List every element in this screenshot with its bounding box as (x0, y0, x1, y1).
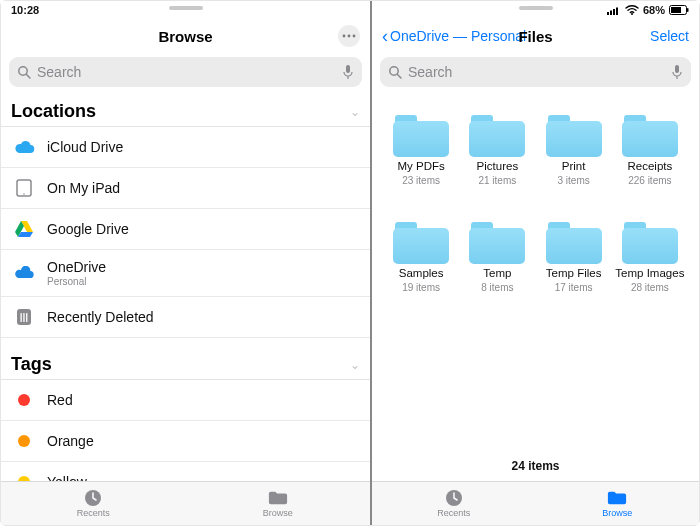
ipad-icon (13, 177, 35, 199)
svg-point-21 (631, 13, 633, 15)
location-onedrive[interactable]: OneDrivePersonal (1, 250, 370, 297)
folder-icon (607, 489, 627, 507)
folder-item[interactable]: Temp8 items (462, 222, 532, 293)
location-recentlydeleted[interactable]: Recently Deleted (1, 297, 370, 338)
page-title: Browse (158, 28, 212, 45)
clock-icon (83, 489, 103, 507)
folder-icon (268, 489, 288, 507)
section-tags[interactable]: Tags ⌄ (1, 348, 370, 380)
location-icloud[interactable]: iCloud Drive (1, 127, 370, 168)
folder-item[interactable]: Pictures21 items (462, 115, 532, 186)
left-tabbar: Recents Browse (1, 481, 370, 525)
tag-yellow[interactable]: Yellow (1, 462, 370, 481)
folder-icon (622, 222, 678, 264)
svg-rect-23 (671, 7, 681, 13)
page-title: Files (518, 28, 552, 45)
svg-point-0 (343, 35, 346, 38)
search-icon (17, 65, 31, 79)
folder-icon (393, 115, 449, 157)
search-input[interactable] (408, 64, 665, 80)
clock-icon (444, 489, 464, 507)
svg-point-25 (390, 67, 398, 75)
svg-rect-15 (26, 313, 27, 322)
mic-icon[interactable] (671, 64, 683, 80)
ellipsis-icon (342, 34, 356, 38)
right-pane: 68% ‹ OneDrive — Personal Files Select M… (371, 1, 699, 525)
more-button[interactable] (338, 25, 360, 47)
folder-icon (469, 222, 525, 264)
back-button[interactable]: ‹ OneDrive — Personal (382, 27, 526, 45)
chevron-left-icon: ‹ (382, 27, 388, 45)
select-button[interactable]: Select (650, 28, 689, 44)
folder-icon (393, 222, 449, 264)
svg-rect-27 (675, 65, 679, 73)
googledrive-icon (13, 218, 35, 240)
search-input[interactable] (37, 64, 336, 80)
tab-recents[interactable]: Recents (372, 482, 536, 525)
tab-browse[interactable]: Browse (536, 482, 700, 525)
svg-rect-5 (346, 65, 350, 73)
status-bar-left: 10:28 (1, 1, 370, 19)
tag-orange[interactable]: Orange (1, 421, 370, 462)
folder-grid: My PDFs23 items Pictures21 items Print3 … (372, 95, 699, 447)
svg-rect-18 (610, 10, 612, 15)
tab-browse[interactable]: Browse (186, 482, 371, 525)
folder-icon (546, 222, 602, 264)
folder-item[interactable]: Temp Files17 items (539, 222, 609, 293)
folder-item[interactable]: Print3 items (539, 115, 609, 186)
svg-rect-20 (616, 7, 618, 15)
tag-dot-icon (18, 394, 30, 406)
tag-dot-icon (18, 435, 30, 447)
svg-point-1 (348, 35, 351, 38)
folder-item[interactable]: Temp Images28 items (615, 222, 685, 293)
status-bar-right: 68% (372, 1, 699, 19)
battery-icon (669, 5, 689, 15)
svg-point-2 (353, 35, 356, 38)
svg-rect-17 (607, 12, 609, 15)
location-ipad[interactable]: On My iPad (1, 168, 370, 209)
onedrive-icon (13, 262, 35, 284)
icloud-icon (13, 136, 35, 158)
wifi-icon (625, 5, 639, 15)
svg-point-8 (23, 193, 25, 195)
folder-item[interactable]: Receipts226 items (615, 115, 685, 186)
folder-icon (469, 115, 525, 157)
tab-recents[interactable]: Recents (1, 482, 186, 525)
folder-item[interactable]: My PDFs23 items (386, 115, 456, 186)
chevron-down-icon: ⌄ (350, 358, 360, 372)
svg-line-4 (27, 75, 31, 79)
svg-rect-24 (687, 8, 689, 12)
svg-point-3 (19, 67, 27, 75)
svg-rect-19 (613, 9, 615, 15)
trash-icon (13, 306, 35, 328)
status-time: 10:28 (11, 4, 39, 16)
right-tabbar: Recents Browse (372, 481, 699, 525)
search-icon (388, 65, 402, 79)
left-list: Locations ⌄ iCloud Drive On My iPad Goog… (1, 95, 370, 481)
left-header: Browse (1, 19, 370, 53)
right-header: ‹ OneDrive — Personal Files Select (372, 19, 699, 53)
grab-handle[interactable] (169, 6, 203, 10)
search-bar[interactable] (9, 57, 362, 87)
folder-icon (546, 115, 602, 157)
signal-icon (607, 6, 621, 15)
svg-rect-14 (23, 313, 24, 322)
svg-rect-13 (21, 313, 22, 322)
item-summary: 24 items (372, 447, 699, 481)
svg-line-26 (398, 75, 402, 79)
chevron-down-icon: ⌄ (350, 105, 360, 119)
folder-item[interactable]: Samples19 items (386, 222, 456, 293)
left-pane: 10:28 Browse Locations ⌄ (1, 1, 371, 525)
search-bar[interactable] (380, 57, 691, 87)
section-locations[interactable]: Locations ⌄ (1, 95, 370, 127)
battery-label: 68% (643, 4, 665, 16)
location-googledrive[interactable]: Google Drive (1, 209, 370, 250)
mic-icon[interactable] (342, 64, 354, 80)
folder-icon (622, 115, 678, 157)
tag-red[interactable]: Red (1, 380, 370, 421)
grab-handle[interactable] (519, 6, 553, 10)
